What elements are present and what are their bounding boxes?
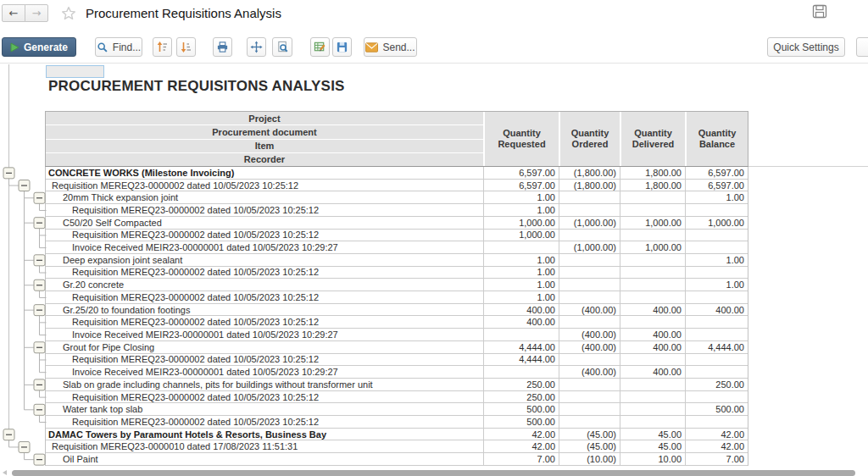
collapse-expander-icon[interactable] xyxy=(34,192,45,203)
qty-cell: (45.00) xyxy=(559,440,620,452)
qty-cell: (400.00) xyxy=(559,304,620,316)
qty-cell: 4,444.00 xyxy=(483,354,559,366)
row-header-item[interactable]: Item xyxy=(46,140,483,153)
collapse-expander-icon[interactable] xyxy=(34,404,45,415)
qty-cell xyxy=(620,416,685,428)
row-header-recorder[interactable]: Recorder xyxy=(46,153,483,166)
table-header: Project Procurement document Item Record… xyxy=(45,111,748,167)
save-layout-floppy-icon[interactable] xyxy=(812,4,827,19)
qty-cell: 1.00 xyxy=(685,254,748,266)
table-row: Invoice Received MEIR23-00000001 dated 1… xyxy=(46,241,748,254)
table-row: Requisition MEREQ23-0000002 dated 10/05/… xyxy=(46,354,748,367)
collapse-expander-icon[interactable] xyxy=(34,305,45,316)
qty-cell xyxy=(620,267,685,279)
qty-cell xyxy=(559,391,620,403)
sort-ascending-button[interactable] xyxy=(153,37,172,57)
row-header-project[interactable]: Project xyxy=(46,112,483,125)
qty-cell: 7.00 xyxy=(483,453,559,465)
row-label: Requisition MEREQ23-0000002 dated 10/05/… xyxy=(46,391,483,403)
qty-cell xyxy=(685,204,748,216)
print-preview-button[interactable] xyxy=(272,37,292,57)
qty-cell xyxy=(685,230,748,241)
send-button[interactable]: Send... xyxy=(364,37,417,57)
qty-cell: 6,597.00 xyxy=(483,180,559,191)
table-row: Gr.25/20 to foundation footings400.00(40… xyxy=(46,304,748,317)
envelope-icon xyxy=(365,42,378,53)
column-header-quantity-delivered[interactable]: Quantity Delivered xyxy=(620,112,685,166)
table-row: Requisition MEREQ23-0000002 dated 10/05/… xyxy=(46,291,748,304)
collapse-expander-icon[interactable] xyxy=(34,454,45,465)
qty-cell: 7.00 xyxy=(685,453,748,465)
row-label: Requisition MEREQ23-0000002 dated 10/05/… xyxy=(46,204,483,216)
column-header-quantity-requested[interactable]: Quantity Requested xyxy=(483,112,559,166)
qty-cell: 250.00 xyxy=(685,379,748,390)
qty-cell: 1,000.00 xyxy=(483,230,559,241)
qty-cell: (1,000.00) xyxy=(559,241,620,253)
header-extension-line xyxy=(748,166,868,167)
export-edit-button[interactable] xyxy=(310,37,330,57)
qty-cell: 10.00 xyxy=(620,453,685,465)
column-header-quantity-balance[interactable]: Quantity Balance xyxy=(685,112,748,166)
qty-cell: 500.00 xyxy=(483,403,559,415)
row-header-stack: Project Procurement document Item Record… xyxy=(46,112,483,166)
row-label: 20mm Thick expansion joint xyxy=(46,191,483,203)
scroll-left-arrow-icon[interactable] xyxy=(3,470,7,475)
row-label: Requisition MEREQ23-0000002 dated 10/05/… xyxy=(46,230,483,241)
export-edit-icon xyxy=(314,41,326,53)
qty-cell xyxy=(559,230,620,241)
qty-cell xyxy=(685,366,748,378)
print-button[interactable] xyxy=(213,37,232,57)
collapse-expander-icon[interactable] xyxy=(34,255,45,266)
qty-cell xyxy=(559,403,620,415)
qty-cell: 1,000.00 xyxy=(620,241,685,253)
find-button[interactable]: Find... xyxy=(95,37,142,57)
collapse-expander-icon[interactable] xyxy=(34,342,45,353)
collapse-expander-icon[interactable] xyxy=(19,180,30,191)
qty-cell xyxy=(483,366,559,378)
column-header-quantity-ordered[interactable]: Quantity Ordered xyxy=(559,112,620,166)
qty-cell xyxy=(620,204,685,216)
collapse-expander-icon[interactable] xyxy=(34,218,45,229)
row-label: CONCRETE WORKS (Milestone Invoicing) xyxy=(46,167,483,179)
qty-cell: 1.00 xyxy=(483,254,559,266)
table-row: Invoice Received MEIR23-00000001 dated 1… xyxy=(46,366,748,379)
collapse-expander-icon[interactable] xyxy=(3,429,14,440)
qty-cell xyxy=(620,230,685,241)
table-row: C50/20 Self Compacted1,000.00(1,000.00)1… xyxy=(46,217,748,230)
qty-cell: 1,000.00 xyxy=(620,217,685,229)
sort-descending-icon xyxy=(180,41,192,53)
move-button[interactable] xyxy=(247,37,266,57)
collapse-expander-icon[interactable] xyxy=(19,441,30,452)
clipped-right-button[interactable] xyxy=(856,37,868,57)
horizontal-scrollbar-thumb[interactable] xyxy=(12,470,855,476)
qty-cell xyxy=(483,329,559,340)
qty-cell xyxy=(685,329,748,340)
row-label: Slab on grade including channels, pits f… xyxy=(46,379,483,390)
selected-cell[interactable] xyxy=(46,65,104,78)
qty-cell: 1.00 xyxy=(483,279,559,291)
qty-cell: 6,597.00 xyxy=(685,180,748,191)
collapse-expander-icon[interactable] xyxy=(3,168,14,179)
qty-cell: 250.00 xyxy=(483,379,559,390)
row-label: Invoice Received MEIR23-00000001 dated 1… xyxy=(46,366,483,378)
table-row: Water tank top slab500.00500.00 xyxy=(46,403,748,416)
qty-cell: 1.00 xyxy=(685,279,748,291)
collapse-expander-icon[interactable] xyxy=(34,280,45,291)
report-title: PROCUREMENT REQUISITONS ANALYSIS xyxy=(48,78,345,95)
table-row: Requisition MEREQ23-0000002 dated 10/05/… xyxy=(46,316,748,329)
quick-settings-button[interactable]: Quick Settings xyxy=(767,37,845,57)
save-button[interactable] xyxy=(332,37,352,57)
qty-cell: (45.00) xyxy=(559,429,620,440)
row-header-procurement-document[interactable]: Procurement document xyxy=(46,125,483,139)
find-button-label: Find... xyxy=(113,42,141,53)
qty-cell: 400.00 xyxy=(685,304,748,316)
collapse-expander-icon[interactable] xyxy=(34,379,45,390)
qty-cell xyxy=(620,391,685,403)
sort-descending-button[interactable] xyxy=(176,37,196,57)
favorite-star-icon[interactable] xyxy=(60,5,77,22)
sort-ascending-icon xyxy=(156,41,169,53)
qty-cell: 250.00 xyxy=(483,391,559,403)
qty-cell xyxy=(685,267,748,279)
send-button-label: Send... xyxy=(382,42,415,53)
save-floppy-icon xyxy=(336,41,348,53)
